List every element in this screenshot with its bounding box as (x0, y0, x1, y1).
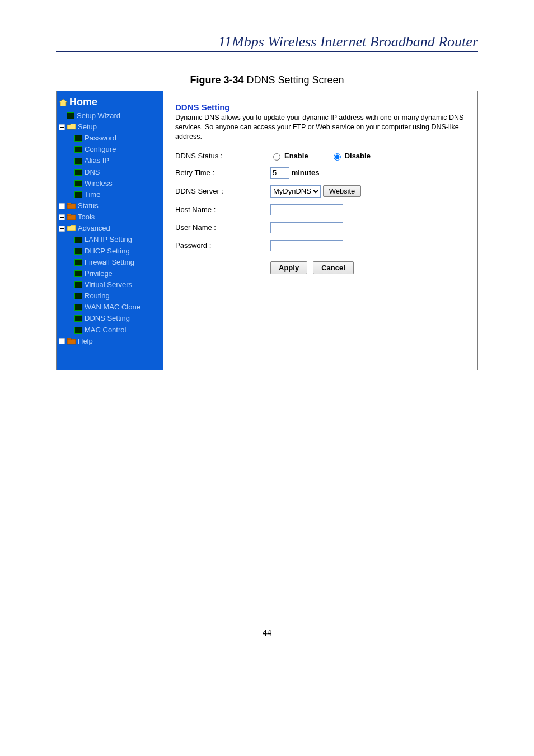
radio-disable-input[interactable] (334, 153, 341, 161)
nav-mac-control[interactable]: MAC Control (74, 325, 161, 336)
nav-virtual-servers[interactable]: Virtual Servers (74, 279, 161, 290)
svg-rect-38 (75, 282, 82, 288)
nav-routing[interactable]: Routing (74, 290, 161, 302)
nav-label: Help (78, 336, 93, 347)
page-icon (74, 315, 82, 322)
nav-label: Password (85, 133, 116, 144)
nav-tools[interactable]: Tools (59, 212, 161, 223)
row-password: Password : (175, 240, 465, 251)
page-icon (74, 180, 82, 187)
svg-rect-21 (67, 203, 71, 204)
page-icon (74, 146, 82, 153)
row-user-name: User Name : (175, 222, 465, 233)
svg-rect-46 (75, 327, 82, 333)
nav-dns[interactable]: DNS (74, 167, 161, 178)
plus-icon (59, 338, 65, 344)
nav-setup-wizard[interactable]: Setup Wizard (67, 110, 161, 121)
nav-label: WAN MAC Clone (85, 302, 140, 313)
folder-icon (67, 338, 76, 345)
nav-wan-mac[interactable]: WAN MAC Clone (74, 302, 161, 313)
svg-rect-20 (67, 204, 76, 209)
minus-icon (59, 226, 65, 232)
nav-label: Wireless (85, 178, 113, 189)
nav-label: LAN IP Setting (85, 234, 132, 245)
nav-setup[interactable]: Setup (59, 121, 161, 133)
page-icon (74, 248, 82, 255)
nav-configure[interactable]: Configure (74, 144, 161, 155)
page-icon (74, 293, 82, 299)
nav-wireless[interactable]: Wireless (74, 178, 161, 189)
nav-label: Firewall Setting (85, 257, 134, 268)
figure-number: Figure 3-34 (190, 74, 243, 86)
plus-icon (59, 214, 65, 220)
svg-rect-32 (75, 248, 82, 254)
nav-home-label: Home (69, 95, 97, 110)
nav-label: Configure (85, 144, 116, 155)
label-status: DDNS Status : (175, 152, 270, 160)
nav-help[interactable]: Help (59, 336, 161, 347)
radio-enable[interactable]: Enable (270, 152, 308, 161)
page-number: 44 (56, 628, 478, 638)
nav-label: Routing (85, 290, 110, 302)
nav-time[interactable]: Time (74, 189, 161, 200)
page-icon (74, 270, 82, 277)
radio-disable-label: Disable (345, 152, 371, 160)
figure-title: DDNS Setting Screen (243, 74, 344, 86)
nav-firewall[interactable]: Firewall Setting (74, 257, 161, 268)
svg-rect-16 (75, 192, 82, 198)
plus-icon (59, 203, 65, 209)
button-row: Apply Cancel (270, 261, 465, 274)
nav-label: DDNS Setting (85, 313, 130, 324)
svg-rect-44 (75, 316, 82, 321)
nav-label: DNS (85, 167, 100, 178)
nav-password[interactable]: Password (74, 133, 161, 144)
user-input[interactable] (270, 222, 343, 233)
row-retry-time: Retry Time : minutes (175, 167, 465, 179)
svg-rect-34 (75, 260, 82, 265)
website-button[interactable]: Website (323, 185, 362, 197)
server-select[interactable]: MyDynDNS (270, 185, 321, 198)
svg-rect-26 (67, 214, 71, 215)
nav-advanced[interactable]: Advanced (59, 223, 161, 234)
svg-rect-12 (75, 170, 82, 175)
svg-rect-42 (75, 304, 82, 310)
nav-ddns[interactable]: DDNS Setting (74, 313, 161, 324)
document-title: 11Mbps Wireless Internet Broadband Route… (56, 34, 478, 52)
nav-label: Privilege (85, 268, 113, 279)
nav-status[interactable]: Status (59, 200, 161, 212)
cancel-button[interactable]: Cancel (313, 261, 354, 274)
nav-lan-ip[interactable]: LAN IP Setting (74, 234, 161, 245)
row-ddns-server: DDNS Server : MyDynDNS Website (175, 185, 465, 198)
folder-open-icon (67, 124, 76, 130)
radio-enable-input[interactable] (273, 153, 280, 161)
label-host: Host Name : (175, 205, 270, 214)
nav-alias-ip[interactable]: Alias IP (74, 155, 161, 166)
page-icon (74, 327, 82, 334)
retry-input[interactable] (270, 167, 289, 179)
home-icon (59, 99, 67, 106)
nav-dhcp[interactable]: DHCP Setting (74, 246, 161, 257)
svg-rect-25 (67, 215, 76, 220)
page-icon (74, 304, 82, 311)
apply-button[interactable]: Apply (270, 261, 307, 274)
host-input[interactable] (270, 204, 343, 215)
screenshot-frame: Home Setup Wizard Setup Password Configu… (56, 91, 478, 370)
label-user: User Name : (175, 223, 270, 232)
row-host-name: Host Name : (175, 204, 465, 215)
nav-home[interactable]: Home (59, 95, 161, 110)
folder-icon (67, 203, 76, 209)
page-icon (74, 158, 82, 165)
content-panel: DDNS Setting Dynamic DNS allows you to u… (163, 91, 477, 370)
minus-icon (59, 124, 65, 130)
page-icon (74, 135, 82, 142)
svg-rect-10 (75, 158, 82, 164)
page-icon (74, 281, 82, 288)
nav-label: Setup Wizard (77, 110, 120, 121)
folder-icon (67, 214, 76, 220)
nav-label: Time (85, 189, 100, 200)
radio-disable[interactable]: Disable (331, 152, 371, 161)
nav-privilege[interactable]: Privilege (74, 268, 161, 279)
svg-rect-8 (75, 147, 82, 152)
label-retry: Retry Time : (175, 168, 270, 177)
password-input[interactable] (270, 240, 343, 251)
